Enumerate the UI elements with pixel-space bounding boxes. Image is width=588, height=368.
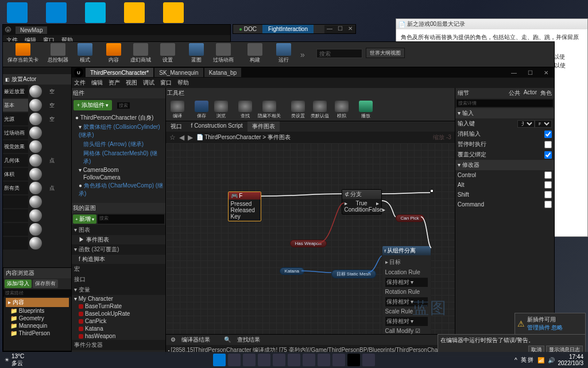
node-detach[interactable]: f 从组件分离 ▸ 目标 Location Rule 保持相对 ▾ Rotati… bbox=[382, 246, 431, 334]
mybp-variable[interactable]: BaseTurnRate bbox=[72, 302, 165, 310]
actor-cat[interactable]: 光源 bbox=[3, 113, 28, 125]
mybp-cat[interactable]: ▾ 函数 (32可覆盖) bbox=[72, 244, 165, 255]
folder-item[interactable]: 📁 Geometry bbox=[6, 315, 69, 322]
detail-checkbox[interactable] bbox=[544, 171, 552, 179]
taskview-icon[interactable] bbox=[243, 354, 256, 366]
mybp-cat[interactable]: 接口 bbox=[72, 274, 165, 285]
tray-icon[interactable]: ^ bbox=[514, 357, 517, 363]
nav-fwd-icon[interactable]: ▶ bbox=[188, 133, 193, 141]
tool-content[interactable]: 内容 bbox=[102, 42, 126, 67]
tool-class-defaults[interactable]: 类默认值 bbox=[308, 99, 331, 120]
sphere-icon[interactable] bbox=[29, 195, 42, 208]
sphere-icon[interactable] bbox=[29, 140, 42, 153]
component-search[interactable]: 搜索 bbox=[117, 102, 130, 109]
mybp-cat[interactable]: 事件分发器 bbox=[72, 340, 165, 350]
store-icon[interactable] bbox=[288, 354, 300, 366]
tool-play[interactable]: 播放 bbox=[357, 99, 375, 120]
tool-simulate[interactable]: 模拟 bbox=[332, 99, 351, 120]
details-head[interactable]: 细节 bbox=[458, 89, 469, 97]
mybp-variable[interactable]: BaseLookUpRate bbox=[72, 310, 165, 317]
comp-item[interactable]: 网格体 (CharacterMesh0) (继承) bbox=[73, 149, 164, 166]
sphere-icon[interactable] bbox=[29, 237, 42, 250]
app-icon[interactable] bbox=[318, 354, 330, 366]
place-actors-head[interactable]: 放置Actor bbox=[3, 74, 71, 85]
node-hasweapon[interactable]: Has Weapon bbox=[290, 240, 327, 247]
sphere-icon[interactable] bbox=[29, 113, 42, 125]
components-head[interactable]: 组件 bbox=[73, 90, 84, 96]
doc-tab[interactable]: FightInteraction bbox=[262, 25, 314, 33]
tool-settings[interactable]: 设置 bbox=[156, 42, 180, 67]
event-graph[interactable]: 🎮 F Pressed Released Key ⊄ 分支 ▸True ▸ Co… bbox=[166, 143, 455, 334]
outliner-combo[interactable]: 世界大纲视图 bbox=[366, 48, 405, 58]
compiler-tab[interactable]: ⚙ 编译器结果 bbox=[166, 335, 220, 345]
actor-cat[interactable]: 最近放置 bbox=[3, 85, 28, 98]
tool-browse[interactable]: 浏览 bbox=[212, 99, 230, 120]
mybp-variable[interactable]: CanPick bbox=[72, 317, 165, 325]
app-icon[interactable] bbox=[362, 354, 375, 366]
details-tab[interactable]: 角色 bbox=[540, 89, 552, 97]
comp-item[interactable]: FollowCamera bbox=[73, 174, 164, 181]
sphere-icon[interactable] bbox=[29, 99, 42, 112]
tool-find[interactable]: 查找 bbox=[236, 99, 254, 120]
mybp-variable[interactable]: Katana bbox=[72, 325, 165, 332]
node-katana[interactable]: Katana bbox=[280, 267, 304, 275]
content-search[interactable]: 搜索路径 bbox=[3, 289, 71, 297]
edge-icon[interactable] bbox=[273, 354, 285, 366]
toolbar-search[interactable]: 搜索 bbox=[316, 49, 362, 58]
sphere-icon[interactable] bbox=[29, 223, 42, 236]
actor-cat[interactable]: 几何体 bbox=[3, 154, 28, 167]
exec-pin[interactable] bbox=[430, 189, 434, 193]
content-browser-head[interactable]: 内容浏览器 bbox=[3, 268, 71, 278]
tool-hide[interactable]: 隐藏不相关 bbox=[256, 99, 283, 120]
details-category[interactable]: ▾ 修改器 bbox=[455, 160, 554, 170]
taskbar[interactable]: ☀ 13°C多云 ^ 英 拼 📶 🔊 17:442022/10/3 bbox=[0, 352, 588, 368]
sphere-icon[interactable] bbox=[29, 126, 42, 139]
tool-cinematics[interactable]: 过场动画 bbox=[208, 42, 238, 67]
blueprint-editor[interactable]: U ThirdPersonCharacter* SK_Mannequin Kat… bbox=[71, 67, 555, 354]
node-branch[interactable]: ⊄ 分支 ▸True ▸ ConditionFalse ▸ bbox=[342, 189, 382, 214]
add-component-button[interactable]: + 添加组件 ▾ bbox=[74, 100, 112, 110]
mybp-var-group[interactable]: ▾ My Character bbox=[72, 295, 165, 302]
breadcrumb[interactable]: 📄 ThirdPersonCharacter > 事件图表 bbox=[196, 133, 291, 141]
tool-save[interactable]: 保存当前关卡 bbox=[3, 42, 43, 67]
maximize-icon[interactable]: ☐ bbox=[522, 70, 538, 76]
bp-graph-tab[interactable]: 视口 bbox=[166, 121, 187, 132]
mybp-cat[interactable]: ▾ 变量 bbox=[72, 285, 165, 295]
details-search[interactable]: 搜索详情 bbox=[457, 99, 553, 107]
comp-item[interactable]: 箭头组件 (Arrow) (继承) bbox=[73, 140, 164, 149]
myblueprint-head[interactable]: 我的蓝图 bbox=[72, 203, 165, 213]
sphere-icon[interactable] bbox=[29, 168, 42, 181]
actor-cat[interactable]: 视觉效果 bbox=[3, 140, 28, 153]
details-tab[interactable]: 公共 bbox=[509, 89, 520, 97]
actor-cat[interactable]: 基本 bbox=[3, 99, 28, 112]
mybp-variable[interactable]: hasWeapon bbox=[72, 332, 165, 340]
app-icon[interactable] bbox=[303, 354, 315, 366]
menu-item[interactable]: 视图 bbox=[126, 79, 137, 87]
tool-build[interactable]: 构建 bbox=[243, 42, 267, 67]
mybp-add-button[interactable]: + 新增 ▾ bbox=[73, 214, 96, 224]
sphere-icon[interactable] bbox=[29, 154, 42, 167]
toolbar-expand-icon[interactable]: » bbox=[300, 50, 305, 59]
minimize-icon[interactable]: — bbox=[324, 25, 335, 33]
tool-save[interactable]: 保存 bbox=[192, 99, 211, 120]
tool-modes[interactable]: 模式 bbox=[73, 42, 97, 67]
node-canpick[interactable]: Can Pick bbox=[396, 214, 424, 222]
bp-title-tab[interactable]: SK_Mannequin bbox=[154, 68, 203, 77]
node-input-key[interactable]: 🎮 F Pressed Released Key bbox=[228, 191, 261, 221]
menu-item[interactable]: 资产 bbox=[109, 79, 120, 87]
comp-item[interactable]: ▾ 胶囊体组件 (CollisionCylinder) (继承) bbox=[73, 122, 164, 140]
save-all-button[interactable]: 保存所有 bbox=[33, 279, 58, 288]
compiler-tab[interactable]: 🔍 查找结果 bbox=[219, 335, 269, 345]
volume-icon[interactable]: 🔊 bbox=[548, 357, 555, 363]
explorer-icon[interactable] bbox=[258, 354, 270, 366]
actor-cat[interactable]: 所有类 bbox=[3, 182, 28, 194]
start-icon[interactable] bbox=[213, 354, 226, 366]
menu-item[interactable]: 调试 bbox=[143, 79, 154, 87]
folder-root[interactable]: ▸ 内容 bbox=[6, 298, 69, 307]
comp-item[interactable]: ● 角色移动 (CharMoveComp) (继承) bbox=[73, 181, 164, 198]
folder-item[interactable]: 📁 Blueprints bbox=[6, 307, 69, 315]
sphere-icon[interactable] bbox=[29, 85, 42, 98]
minimize-icon[interactable]: — bbox=[506, 70, 522, 76]
taskbar-clock[interactable]: 17:442022/10/3 bbox=[558, 354, 584, 366]
tool-play[interactable]: 运行 bbox=[272, 42, 296, 67]
